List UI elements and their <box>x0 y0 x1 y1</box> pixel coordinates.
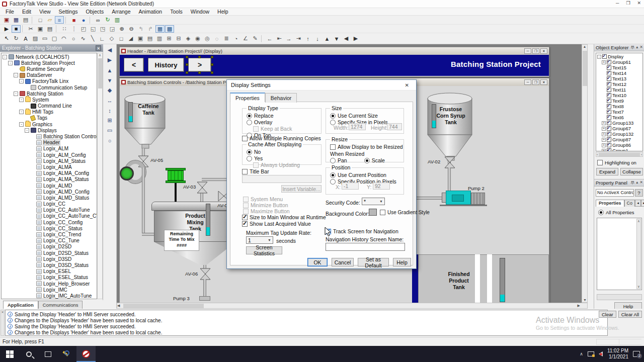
numeric-display-icon[interactable]: ▤ <box>145 35 154 42</box>
factorytalk-directory-button[interactable] <box>57 346 76 362</box>
expander-icon[interactable]: - <box>3 55 7 59</box>
show-grid-icon[interactable]: ⊞ <box>105 117 114 124</box>
right-arrow-icon[interactable]: → <box>284 35 293 42</box>
maintained-button-icon[interactable]: ◎ <box>203 35 212 42</box>
object-tree-item[interactable]: +Group132 <box>597 131 642 137</box>
clear-button[interactable]: Clear <box>599 311 616 318</box>
menu-animation[interactable]: Animation <box>135 8 166 15</box>
text-icon[interactable]: A <box>21 35 30 42</box>
menu-settings[interactable]: Settings <box>55 8 82 15</box>
object-tree-item[interactable]: +Group67 <box>597 126 642 131</box>
visibility-checkbox[interactable] <box>607 115 611 120</box>
expander-icon[interactable]: + <box>602 127 606 131</box>
object-tree-item[interactable]: Text10 <box>597 93 642 98</box>
line-icon[interactable]: ╲ <box>88 35 97 42</box>
object-tree-item[interactable]: Text12 <box>597 81 642 87</box>
dot-grid-icon[interactable]: ○ <box>105 137 114 144</box>
notification-icon[interactable]: 2 <box>633 351 640 357</box>
expander-icon[interactable]: - <box>19 110 24 114</box>
object-spacing-v-icon[interactable]: ⋮ <box>69 25 78 33</box>
menu-tools[interactable]: Tools <box>167 8 186 15</box>
undo-icon[interactable]: ↰ <box>136 25 145 33</box>
zoom-out-icon[interactable]: ⊖ <box>127 25 136 33</box>
object-explorer-titlebar[interactable]: Object Explorer 早▴✕ <box>594 44 644 51</box>
tree-item[interactable]: -HMI Tags <box>2 109 97 115</box>
tab-properties[interactable]: Properties <box>230 93 265 102</box>
visibility-checkbox[interactable] <box>607 121 611 125</box>
expander-icon[interactable]: - <box>25 128 29 133</box>
menu-view[interactable]: View <box>36 8 54 15</box>
arc-icon[interactable]: ◠ <box>59 35 68 42</box>
expander-icon[interactable]: - <box>597 55 601 59</box>
app-icon[interactable]: ▣ <box>2 16 11 24</box>
agitator-motor[interactable] <box>168 170 184 180</box>
next-icon[interactable]: ▶ <box>351 35 360 42</box>
expand-button[interactable]: Expand <box>596 168 618 175</box>
visibility-checkbox[interactable] <box>607 148 611 151</box>
expander-icon[interactable]: - <box>8 61 13 65</box>
tree-item[interactable]: Logix_CC_Status <box>2 225 97 231</box>
tree-item[interactable]: Logix_CC_Tune <box>2 238 97 244</box>
paste-icon[interactable]: ▤ <box>45 25 54 33</box>
open-component-icon[interactable]: ▱ <box>45 16 54 24</box>
tab-scroll-left-icon[interactable]: ◂ <box>635 200 641 207</box>
grid-settings-icon[interactable]: ▦ <box>155 25 165 33</box>
tree-item[interactable]: Logix_IMC_AutoTune <box>2 293 97 299</box>
expander-icon[interactable]: - <box>19 122 24 127</box>
close-icon[interactable]: ✕ <box>540 48 547 54</box>
tree-item[interactable]: Tags <box>2 115 97 121</box>
nav-back-button[interactable]: < <box>124 58 144 72</box>
selection-handle[interactable] <box>198 71 201 74</box>
move-down-icon[interactable]: ▼ <box>332 35 341 42</box>
expander-icon[interactable]: + <box>602 138 606 142</box>
pan-radio[interactable]: Pan <box>330 157 347 163</box>
gauge-icon[interactable]: ◔ <box>231 35 240 42</box>
dialog-help-button[interactable]: Help <box>393 258 411 266</box>
group-icon[interactable]: ◰ <box>79 25 88 33</box>
down-arrow-icon[interactable]: ↓ <box>313 35 322 42</box>
tree-item[interactable]: -DataServer <box>2 72 97 78</box>
history-button[interactable]: History <box>148 58 184 72</box>
tree-item[interactable]: Logix_CC_AutoTune_CV <box>2 213 97 219</box>
visibility-checkbox[interactable] <box>607 110 611 114</box>
close-icon[interactable]: ✕ <box>639 180 643 186</box>
select-icon[interactable]: ↖ <box>2 35 11 42</box>
test-run-icon[interactable]: ▶ <box>2 25 11 33</box>
valve-av02[interactable] <box>444 156 455 168</box>
visibility-checkbox[interactable] <box>607 71 611 75</box>
cut-icon[interactable]: ✂ <box>26 25 35 33</box>
network-icon[interactable] <box>588 351 594 356</box>
object-tree-item[interactable]: Text14 <box>597 70 642 76</box>
expander-icon[interactable]: + <box>602 132 606 136</box>
expander-icon[interactable]: - <box>14 92 18 96</box>
visibility-checkbox[interactable] <box>607 99 611 103</box>
property-panel-titlebar[interactable]: Property Panel 早▴✕ <box>594 179 644 187</box>
snap-to-grid-icon[interactable]: ▩ <box>165 25 174 33</box>
button-icon[interactable]: ▣ <box>136 35 145 42</box>
left-arrow-icon[interactable]: ← <box>265 35 274 42</box>
edit-mode-icon[interactable]: ■ <box>12 25 21 33</box>
rotate-icon[interactable]: ↻ <box>12 35 21 42</box>
title-bar-checkbox[interactable]: Title Bar <box>242 168 269 174</box>
align-right-edge-icon[interactable]: ⇥ <box>294 35 303 42</box>
clear-all-button[interactable]: Clear All <box>618 311 642 318</box>
selection-handle[interactable] <box>211 63 213 66</box>
freehand-icon[interactable]: ∿ <box>78 35 88 42</box>
object-tree-item[interactable]: +Group87 <box>597 137 642 142</box>
expander-icon[interactable]: - <box>14 73 18 77</box>
tree-item[interactable]: Logix_D2SD <box>2 244 97 250</box>
view-studio-taskbar-button[interactable] <box>76 346 96 362</box>
expander-icon[interactable]: + <box>602 143 606 147</box>
tab-properties[interactable]: Properties <box>596 200 624 207</box>
object-tree-item[interactable]: +Group61 <box>597 59 642 65</box>
background-color-swatch[interactable] <box>369 209 377 216</box>
use-current-size-radio[interactable]: Use Current Size <box>330 113 404 119</box>
restore-icon[interactable]: ❐ <box>532 79 539 85</box>
tree-item[interactable]: -System <box>2 97 97 103</box>
tab-scroll-right-icon[interactable]: ▸ <box>641 200 644 207</box>
tab-application[interactable]: Application <box>3 301 38 309</box>
screen-statistics-button[interactable]: Screen Statistics <box>246 246 282 254</box>
tree-item[interactable]: -Batching Station Project <box>2 60 97 66</box>
menu-file[interactable]: File <box>2 8 18 15</box>
visibility-checkbox[interactable] <box>607 143 611 147</box>
